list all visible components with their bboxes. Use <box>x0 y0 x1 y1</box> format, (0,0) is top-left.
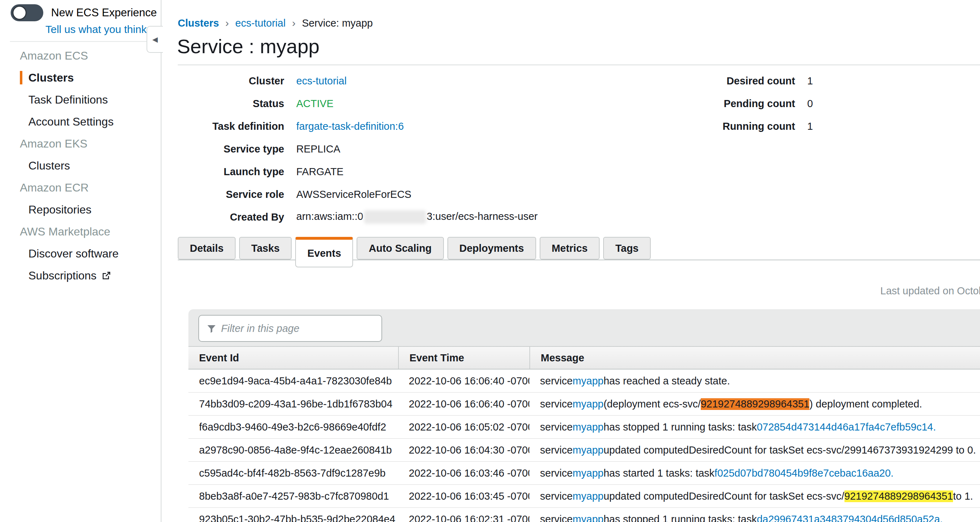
detail-value: FARGATE <box>296 166 344 178</box>
event-id-cell: ec9e1d94-9aca-45b4-a4a1-7823030fe84b <box>188 370 398 392</box>
message-text: (deployment ecs-svc/ <box>603 398 701 410</box>
tab-deployments[interactable]: Deployments <box>447 237 536 260</box>
breadcrumb-cluster-name[interactable]: ecs-tutorial <box>235 17 286 29</box>
events-table: Event IdEvent TimeMessage ec9e1d94-9aca-… <box>188 346 980 522</box>
sidebar-item-label: Account Settings <box>29 115 113 129</box>
detail-label: Launch type <box>178 166 284 178</box>
service-tabs: DetailsTasksEventsAuto ScalingDeployment… <box>178 237 980 260</box>
sidebar-item-repositories[interactable]: Repositories <box>0 198 161 221</box>
new-ecs-experience-toggle[interactable] <box>11 4 43 21</box>
detail-row: Task definitionfargate-task-definition:6 <box>178 115 538 138</box>
message-link[interactable]: myapp <box>573 421 603 433</box>
message-text: service <box>540 467 573 479</box>
column-header-col-id: Event Id <box>188 347 398 369</box>
message-link[interactable]: myapp <box>573 490 603 502</box>
event-time-cell: 2022-10-06 16:02:31 -0700 <box>398 508 530 522</box>
search-highlight: 9219274889298964351 <box>701 398 809 410</box>
message-link[interactable]: f025d07bd780454b9f8e7cebac16aa20. <box>714 467 894 479</box>
table-row: 923b05c1-30b2-47bb-b535-9d2be22084e42022… <box>188 508 980 522</box>
event-id-cell: a2978c90-0856-4a8e-9f4c-12eae260841b <box>188 439 398 462</box>
detail-value[interactable]: ecs-tutorial <box>296 75 347 87</box>
message-link[interactable]: myapp <box>573 467 603 479</box>
tab-tags[interactable]: Tags <box>603 237 651 260</box>
detail-value: 0 <box>807 98 813 109</box>
filter-box <box>198 315 382 342</box>
service-details-left: Clusterecs-tutorialStatusACTIVETask defi… <box>178 70 538 228</box>
redacted-account-id <box>364 210 426 224</box>
detail-value: 1 <box>807 121 813 132</box>
new-ecs-toggle-row: New ECS Experience <box>11 4 157 21</box>
message-link[interactable]: myapp <box>573 444 603 456</box>
service-details-counts: Desired count1Pending count0Running coun… <box>670 70 813 138</box>
event-time-cell: 2022-10-06 16:04:30 -0700 <box>398 439 530 462</box>
detail-value[interactable]: fargate-task-definition:6 <box>296 121 404 132</box>
detail-row: StatusACTIVE <box>178 92 538 115</box>
event-message-cell: service myapp has reached a steady state… <box>530 370 980 392</box>
event-id-cell: c595ad4c-bf4f-482b-8563-7df9c1287e9b <box>188 462 398 484</box>
event-id-cell: 74bb3d09-c209-43a1-96be-1db1f6783b04 <box>188 393 398 415</box>
message-link[interactable]: myapp <box>573 514 603 522</box>
detail-value: 1 <box>807 75 813 87</box>
sidebar-item-task-definitions[interactable]: Task Definitions <box>0 89 161 111</box>
message-text: service <box>540 444 573 456</box>
tab-details[interactable]: Details <box>178 237 235 260</box>
events-table-header: Event IdEvent TimeMessage <box>188 346 980 370</box>
page-title: Service : myapp <box>177 35 320 58</box>
new-ecs-toggle-label: New ECS Experience <box>51 6 157 19</box>
sidebar-item-label: Repositories <box>29 203 92 216</box>
sidebar-item-eks-clusters[interactable]: Clusters <box>0 155 161 177</box>
detail-label: Running count <box>670 121 795 132</box>
table-row: c595ad4c-bf4f-482b-8563-7df9c1287e9b2022… <box>188 462 980 485</box>
breadcrumb-separator-icon: › <box>225 17 229 29</box>
filter-input[interactable] <box>221 316 379 340</box>
detail-label: Service type <box>178 143 284 155</box>
tab-auto-scaling[interactable]: Auto Scaling <box>356 237 444 260</box>
event-time-cell: 2022-10-06 16:06:40 -0700 <box>398 393 530 415</box>
sidebar-item-label: Task Definitions <box>29 93 108 106</box>
message-link[interactable]: myapp <box>573 375 603 387</box>
message-link[interactable]: da29967431a3483794304d56d850a52a. <box>757 514 943 522</box>
message-text: updated computedDesiredCount for taskSet… <box>603 490 845 502</box>
events-panel: Event IdEvent TimeMessage ec9e1d94-9aca-… <box>188 309 980 522</box>
sidebar-divider <box>10 41 149 42</box>
event-message-cell: service myapp has started 1 tasks: task … <box>530 462 980 484</box>
sidebar-item-clusters[interactable]: Clusters <box>0 67 161 89</box>
sidebar-item-discover-software[interactable]: Discover software <box>0 243 161 265</box>
sidebar: New ECS Experience Tell us what you thin… <box>0 0 161 522</box>
last-updated-text: Last updated on Octob <box>880 285 980 297</box>
message-text: to 1. <box>953 490 973 502</box>
detail-label: Task definition <box>178 121 284 132</box>
message-text: service <box>540 490 573 502</box>
detail-row: Service typeREPLICA <box>178 138 538 160</box>
tab-metrics[interactable]: Metrics <box>540 237 600 260</box>
sidebar-section-header: Amazon ECS <box>0 45 161 67</box>
events-table-body: ec9e1d94-9aca-45b4-a4a1-7823030fe84b2022… <box>188 370 980 522</box>
created-by-prefix: arn:aws:iam::0 <box>296 211 363 222</box>
message-text: updated computedDesiredCount for taskSet… <box>603 444 976 456</box>
sidebar-item-subscriptions[interactable]: Subscriptions <box>0 265 161 287</box>
sidebar-nav: Amazon ECSClustersTask DefinitionsAccoun… <box>0 45 161 287</box>
search-highlight: 9219274889298964351 <box>845 490 953 502</box>
tab-events[interactable]: Events <box>295 237 353 267</box>
table-row: 8beb3a8f-a0e7-4257-983b-c7fc870980d12022… <box>188 485 980 508</box>
detail-label: Service role <box>178 189 284 200</box>
detail-label: Cluster <box>178 75 284 87</box>
breadcrumb: Clusters › ecs-tutorial › Service: myapp <box>178 17 373 29</box>
sidebar-item-label: Clusters <box>29 71 74 84</box>
tab-tasks[interactable]: Tasks <box>239 237 292 260</box>
feedback-link[interactable]: Tell us what you think <box>45 24 146 35</box>
message-text: service <box>540 375 573 387</box>
event-time-cell: 2022-10-06 16:03:45 -0700 <box>398 485 530 508</box>
detail-value: REPLICA <box>296 143 340 155</box>
sidebar-item-account-settings[interactable]: Account Settings <box>0 111 161 133</box>
column-header-col-time: Event Time <box>398 347 530 369</box>
message-text: has reached a steady state. <box>603 375 730 387</box>
created-by-suffix: 3:user/ecs-harness-user <box>427 211 538 222</box>
chevron-left-icon: ◀ <box>152 35 158 44</box>
message-link[interactable]: 072854d473144d46a17fa4c7efb59c14. <box>757 421 936 433</box>
event-id-cell: f6a9cdb3-9460-49e3-b2c6-98669e40fdf2 <box>188 416 398 438</box>
breadcrumb-clusters[interactable]: Clusters <box>178 17 219 29</box>
sidebar-collapse-button[interactable]: ◀ <box>146 26 163 53</box>
message-link[interactable]: myapp <box>573 398 603 410</box>
detail-row: Desired count1 <box>670 70 813 92</box>
